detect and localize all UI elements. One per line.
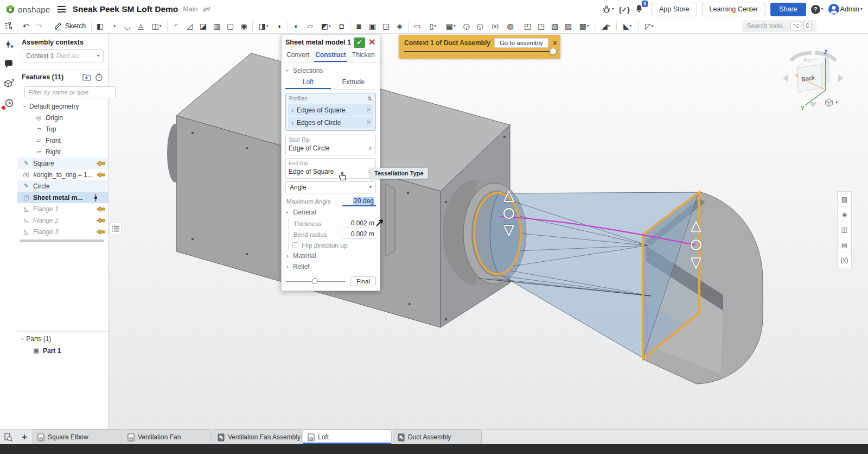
search-tools-input[interactable]: Search tools... ⌥ C (742, 20, 816, 32)
modify-fillet-icon[interactable]: ◩▾ (317, 20, 335, 33)
bend-icon[interactable]: ◢▾ (597, 20, 615, 33)
profile-selection-chip[interactable]: › Edges of Square ✕ (288, 104, 373, 116)
helix-icon[interactable]: ◵▾ (473, 20, 487, 33)
document-tab[interactable]: Ventilation Fan Assembly (213, 430, 302, 444)
undo-button[interactable]: ↶ (19, 20, 33, 33)
learning-center-button[interactable]: Learning Center (702, 3, 766, 16)
feature-tree-item[interactable]: › ◎ ▱ ✎ (x) ◳ ◺ Flange 2 (17, 215, 108, 226)
feature-tree-item[interactable]: › ◎ ▱ ✎ (x) ◳ ◺ Square (17, 157, 108, 169)
selections-section-header[interactable]: › Selections (285, 65, 376, 76)
close-icon[interactable]: × (552, 39, 558, 47)
dialog-tab[interactable]: Construct (314, 49, 347, 62)
frame-icon[interactable]: ◍▾ (503, 20, 517, 33)
context-timeline-knob[interactable] (550, 48, 557, 55)
feature-tree-item[interactable]: › ◎ ▱ ✎ (x) ◳ ◺ Top (17, 123, 108, 135)
general-section-header[interactable]: › General (285, 207, 376, 218)
rollback-pin-icon[interactable] (94, 194, 105, 201)
revolve-icon[interactable]: ◔▾ (107, 20, 120, 33)
move-face-icon[interactable]: ◙▾ (352, 20, 366, 33)
hole-icon[interactable]: ◉▾ (237, 20, 251, 33)
viewport-3d-scene[interactable] (0, 34, 868, 429)
feature-tree-item[interactable]: › ◎ ▱ ✎ (x) ◳ ◺ Default geometry (17, 100, 108, 112)
thickness-input[interactable]: 0.002 m (342, 219, 376, 228)
feature-list-flyout-button[interactable] (110, 223, 122, 235)
appearance-panel-icon[interactable]: ▨ (838, 192, 851, 207)
history-button[interactable] (3, 98, 14, 109)
linear-pattern-icon[interactable]: ▯▾ (424, 20, 442, 33)
measure-icon[interactable]: ◸▾ (640, 20, 658, 33)
start-rip-field[interactable]: Start Rip Edge of Circle ✕ (285, 135, 376, 155)
view-options-button[interactable]: ▾ (824, 98, 838, 108)
feature-tree-item[interactable]: › ◎ ▱ ✎ (x) ◳ ◺ Right (17, 146, 108, 157)
feature-tree-item[interactable]: › ◎ ▱ ✎ (x) ◳ ◺ Flange 1 (17, 203, 108, 215)
extrude-icon[interactable]: ◧▾ (93, 20, 107, 33)
app-store-button[interactable]: App Store (652, 3, 697, 16)
sheet-metal-tab-icon[interactable]: ▨▾ (561, 20, 575, 33)
link-icon[interactable] (202, 5, 211, 14)
dialog-tab[interactable]: Convert (282, 49, 314, 62)
variables-panel-icon[interactable]: (x) (838, 253, 851, 268)
mode-tab[interactable]: Loft (285, 77, 331, 89)
context-timeline-slider[interactable] (404, 51, 555, 52)
named-views-icon[interactable]: ◈ (838, 207, 851, 222)
variable-icon[interactable]: (x)▾ (487, 20, 503, 33)
feature-script-button[interactable]: {✓} (619, 5, 630, 14)
redo-button[interactable]: ↷ (33, 20, 46, 33)
user-menu-button[interactable]: Admin ▾ (828, 4, 863, 15)
fillet-icon[interactable]: ◜▾ (169, 20, 183, 33)
loft-icon[interactable]: ◬▾ (134, 20, 148, 33)
document-tab[interactable]: Square Elbow (33, 430, 122, 444)
rollback-slider-knob[interactable] (312, 278, 318, 284)
branch-label[interactable]: Main (183, 5, 197, 13)
mirror-icon[interactable]: ▭▾ (410, 20, 424, 33)
confirm-button[interactable]: ✓ (354, 37, 365, 48)
feature-tree-item[interactable]: › ◎ ▱ ✎ (x) ◳ ◺ #origin_to_ring = 1... (17, 169, 108, 180)
document-title[interactable]: Sneak Peek SM Loft Demo (73, 4, 178, 14)
report-bug-button[interactable]: ▾ (602, 5, 614, 14)
configurations-icon[interactable]: ▤ (838, 237, 851, 253)
flange-icon[interactable]: ▧▾ (548, 20, 561, 33)
split-icon[interactable]: ◖▾ (272, 20, 286, 33)
sketch-button[interactable]: Sketch (50, 20, 90, 33)
feature-tree-item[interactable]: › ◎ ▱ ✎ (x) ◳ ◺ Origin (17, 112, 108, 123)
share-button[interactable]: Share (770, 3, 806, 16)
shell-icon[interactable]: ▢▾ (224, 20, 237, 33)
tessellation-type-select[interactable]: Angle ▾ (285, 181, 376, 193)
feature-list-toggle-icon[interactable] (2, 20, 15, 33)
boolean-icon[interactable]: ◨▾ (254, 20, 272, 33)
relief-section-header[interactable]: › Relief (285, 261, 376, 272)
hamburger-menu-icon[interactable] (58, 6, 66, 12)
feature-tree-item[interactable]: › ◎ ▱ ✎ (x) ◳ ◺ Circle (17, 180, 108, 192)
remove-selection-icon[interactable]: ✕ (366, 119, 371, 126)
final-button[interactable]: Final (350, 276, 376, 286)
parts-header[interactable]: › Parts (1) (17, 333, 108, 345)
sweep-icon[interactable]: ◡▾ (120, 20, 134, 33)
go-to-assembly-button[interactable]: Go to assembly (494, 38, 548, 48)
context-select[interactable]: Context 1 Duct As: ▾ (22, 49, 104, 62)
chevron-right-icon[interactable]: › (290, 119, 295, 126)
insert-context-button[interactable] (3, 39, 14, 50)
document-tab[interactable]: Ventilation Fan (123, 430, 212, 444)
add-tab-button[interactable]: + (16, 430, 33, 444)
document-tab[interactable]: Duct Assembly (393, 430, 482, 444)
maximum-angle-input[interactable]: 20 deg (342, 197, 376, 206)
help-menu-button[interactable]: ? ▾ (811, 5, 824, 14)
delete-face-icon[interactable]: ◘▾ (335, 20, 348, 33)
end-rip-field[interactable]: End Rip Edge of Square ✕ (285, 158, 376, 179)
flip-direction-checkbox[interactable] (292, 242, 298, 248)
part-list-item[interactable]: ▣ Part 1 (17, 345, 108, 356)
replace-face-icon[interactable]: ▣▾ (366, 20, 379, 33)
feature-tree-item[interactable]: › ◎ ▱ ✎ (x) ◳ ◺ Sheet metal m... (17, 192, 108, 203)
sheet-metal-model-icon[interactable]: ◰▾ (521, 20, 534, 33)
pan-right-arrow[interactable] (838, 74, 844, 82)
transform-icon[interactable]: ◈▾ (393, 20, 406, 33)
display-states-icon[interactable]: ◫ (838, 222, 851, 237)
bend-radius-input[interactable]: 0.002 m (342, 230, 376, 239)
rib-icon[interactable]: ▥▾ (210, 20, 224, 33)
chevron-right-icon[interactable]: › (290, 107, 295, 114)
corner-icon[interactable]: ▩▾ (575, 20, 593, 33)
convert-to-sheet-metal-icon[interactable]: ◳▾ (534, 20, 548, 33)
document-tab[interactable]: Loft (303, 430, 392, 444)
remove-selection-icon[interactable]: ✕ (368, 145, 373, 152)
mode-tab[interactable]: Extrude (331, 77, 376, 89)
